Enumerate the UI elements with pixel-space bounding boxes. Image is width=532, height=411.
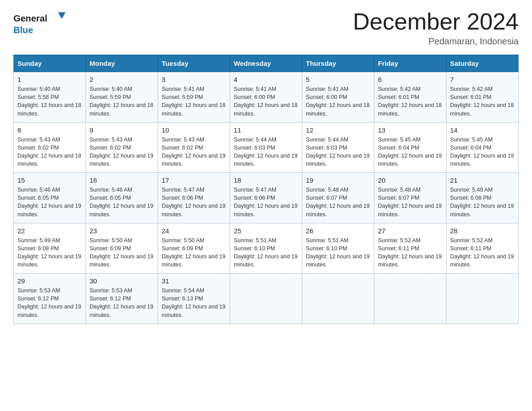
- day-info: Sunrise: 5:52 AMSunset: 6:11 PMDaylight:…: [378, 236, 442, 269]
- calendar-week-row: 15Sunrise: 5:46 AMSunset: 6:05 PMDayligh…: [14, 173, 519, 223]
- day-number: 27: [378, 227, 442, 235]
- calendar-cell: 6Sunrise: 5:42 AMSunset: 6:01 PMDaylight…: [374, 72, 446, 123]
- day-info: Sunrise: 5:40 AMSunset: 5:58 PMDaylight:…: [17, 85, 82, 118]
- day-number: 21: [450, 176, 515, 184]
- calendar-cell: 18Sunrise: 5:47 AMSunset: 6:06 PMDayligh…: [230, 173, 302, 223]
- logo-svg: General Blue: [13, 9, 67, 36]
- calendar-week-row: 22Sunrise: 5:49 AMSunset: 6:08 PMDayligh…: [14, 223, 519, 274]
- day-number: 7: [450, 76, 515, 83]
- day-info: Sunrise: 5:46 AMSunset: 6:05 PMDaylight:…: [17, 186, 82, 218]
- day-number: 16: [90, 176, 154, 184]
- calendar-cell: 14Sunrise: 5:45 AMSunset: 6:04 PMDayligh…: [446, 122, 519, 173]
- day-number: 18: [234, 176, 298, 184]
- day-number: 8: [17, 126, 82, 134]
- calendar-cell: 13Sunrise: 5:45 AMSunset: 6:04 PMDayligh…: [374, 122, 446, 173]
- calendar-cell: 8Sunrise: 5:43 AMSunset: 6:02 PMDaylight…: [14, 122, 86, 173]
- calendar-cell: 28Sunrise: 5:52 AMSunset: 6:11 PMDayligh…: [446, 223, 519, 274]
- day-number: 26: [306, 227, 370, 235]
- day-number: 22: [17, 227, 82, 235]
- day-info: Sunrise: 5:50 AMSunset: 6:09 PMDaylight:…: [90, 236, 154, 269]
- day-number: 30: [90, 277, 154, 285]
- weekday-header-monday: Monday: [86, 55, 158, 72]
- day-number: 6: [378, 76, 442, 83]
- day-number: 11: [234, 126, 298, 134]
- day-info: Sunrise: 5:49 AMSunset: 6:08 PMDaylight:…: [450, 186, 515, 218]
- calendar-cell: 26Sunrise: 5:51 AMSunset: 6:10 PMDayligh…: [302, 223, 374, 274]
- day-number: 12: [306, 126, 370, 134]
- page-title: December 2024: [353, 9, 519, 34]
- calendar-cell: 24Sunrise: 5:50 AMSunset: 6:09 PMDayligh…: [158, 223, 230, 274]
- day-info: Sunrise: 5:47 AMSunset: 6:06 PMDaylight:…: [234, 186, 298, 218]
- day-number: 19: [306, 176, 370, 184]
- svg-marker-1: [58, 12, 66, 19]
- day-number: 31: [162, 277, 226, 285]
- day-number: 17: [162, 176, 226, 184]
- day-info: Sunrise: 5:44 AMSunset: 6:03 PMDaylight:…: [306, 136, 370, 168]
- calendar-cell: 20Sunrise: 5:48 AMSunset: 6:07 PMDayligh…: [374, 173, 446, 223]
- day-info: Sunrise: 5:41 AMSunset: 5:59 PMDaylight:…: [162, 85, 226, 118]
- day-info: Sunrise: 5:42 AMSunset: 6:01 PMDaylight:…: [378, 85, 442, 118]
- day-info: Sunrise: 5:50 AMSunset: 6:09 PMDaylight:…: [162, 236, 226, 269]
- day-info: Sunrise: 5:41 AMSunset: 6:00 PMDaylight:…: [306, 85, 370, 118]
- day-info: Sunrise: 5:46 AMSunset: 6:05 PMDaylight:…: [90, 186, 154, 218]
- day-info: Sunrise: 5:43 AMSunset: 6:02 PMDaylight:…: [162, 136, 226, 168]
- calendar-cell: 1Sunrise: 5:40 AMSunset: 5:58 PMDaylight…: [14, 72, 86, 123]
- svg-text:General: General: [13, 13, 47, 23]
- calendar-cell: 27Sunrise: 5:52 AMSunset: 6:11 PMDayligh…: [374, 223, 446, 274]
- calendar-week-row: 1Sunrise: 5:40 AMSunset: 5:58 PMDaylight…: [14, 72, 519, 123]
- day-number: 20: [378, 176, 442, 184]
- day-number: 5: [306, 76, 370, 83]
- day-info: Sunrise: 5:40 AMSunset: 5:59 PMDaylight:…: [90, 85, 154, 118]
- day-info: Sunrise: 5:44 AMSunset: 6:03 PMDaylight:…: [234, 136, 298, 168]
- day-info: Sunrise: 5:43 AMSunset: 6:02 PMDaylight:…: [90, 136, 154, 168]
- calendar-cell: 31Sunrise: 5:54 AMSunset: 6:13 PMDayligh…: [158, 274, 230, 324]
- day-info: Sunrise: 5:48 AMSunset: 6:07 PMDaylight:…: [306, 186, 370, 218]
- day-info: Sunrise: 5:51 AMSunset: 6:10 PMDaylight:…: [234, 236, 298, 269]
- page-header: General Blue December 2024 Pedamaran, In…: [13, 9, 519, 47]
- weekday-header-tuesday: Tuesday: [158, 55, 230, 72]
- calendar-cell: 4Sunrise: 5:41 AMSunset: 6:00 PMDaylight…: [230, 72, 302, 123]
- weekday-header-row: SundayMondayTuesdayWednesdayThursdayFrid…: [14, 55, 519, 72]
- weekday-header-wednesday: Wednesday: [230, 55, 302, 72]
- day-info: Sunrise: 5:45 AMSunset: 6:04 PMDaylight:…: [378, 136, 442, 168]
- calendar-cell: 11Sunrise: 5:44 AMSunset: 6:03 PMDayligh…: [230, 122, 302, 173]
- calendar-week-row: 29Sunrise: 5:53 AMSunset: 6:12 PMDayligh…: [14, 274, 519, 324]
- calendar-cell: 9Sunrise: 5:43 AMSunset: 6:02 PMDaylight…: [86, 122, 158, 173]
- day-info: Sunrise: 5:54 AMSunset: 6:13 PMDaylight:…: [162, 287, 226, 319]
- calendar-table: SundayMondayTuesdayWednesdayThursdayFrid…: [13, 55, 519, 324]
- calendar-cell: 21Sunrise: 5:49 AMSunset: 6:08 PMDayligh…: [446, 173, 519, 223]
- day-info: Sunrise: 5:45 AMSunset: 6:04 PMDaylight:…: [450, 136, 515, 168]
- calendar-week-row: 8Sunrise: 5:43 AMSunset: 6:02 PMDaylight…: [14, 122, 519, 173]
- day-info: Sunrise: 5:42 AMSunset: 6:01 PMDaylight:…: [450, 85, 515, 118]
- day-number: 14: [450, 126, 515, 134]
- day-number: 4: [234, 76, 298, 83]
- calendar-cell: 22Sunrise: 5:49 AMSunset: 6:08 PMDayligh…: [14, 223, 86, 274]
- day-number: 25: [234, 227, 298, 235]
- calendar-cell: 2Sunrise: 5:40 AMSunset: 5:59 PMDaylight…: [86, 72, 158, 123]
- calendar-cell: 15Sunrise: 5:46 AMSunset: 6:05 PMDayligh…: [14, 173, 86, 223]
- weekday-header-friday: Friday: [374, 55, 446, 72]
- logo: General Blue: [13, 9, 67, 36]
- weekday-header-saturday: Saturday: [446, 55, 519, 72]
- calendar-cell: 3Sunrise: 5:41 AMSunset: 5:59 PMDaylight…: [158, 72, 230, 123]
- day-number: 2: [90, 76, 154, 83]
- day-number: 24: [162, 227, 226, 235]
- page-subtitle: Pedamaran, Indonesia: [353, 36, 519, 47]
- day-info: Sunrise: 5:53 AMSunset: 6:12 PMDaylight:…: [17, 287, 82, 319]
- calendar-cell: 23Sunrise: 5:50 AMSunset: 6:09 PMDayligh…: [86, 223, 158, 274]
- calendar-cell: 25Sunrise: 5:51 AMSunset: 6:10 PMDayligh…: [230, 223, 302, 274]
- calendar-cell: [230, 274, 302, 324]
- weekday-header-sunday: Sunday: [14, 55, 86, 72]
- calendar-cell: [302, 274, 374, 324]
- day-number: 23: [90, 227, 154, 235]
- day-number: 13: [378, 126, 442, 134]
- day-number: 15: [17, 176, 82, 184]
- calendar-cell: 12Sunrise: 5:44 AMSunset: 6:03 PMDayligh…: [302, 122, 374, 173]
- calendar-cell: 29Sunrise: 5:53 AMSunset: 6:12 PMDayligh…: [14, 274, 86, 324]
- day-info: Sunrise: 5:48 AMSunset: 6:07 PMDaylight:…: [378, 186, 442, 218]
- weekday-header-thursday: Thursday: [302, 55, 374, 72]
- calendar-cell: 7Sunrise: 5:42 AMSunset: 6:01 PMDaylight…: [446, 72, 519, 123]
- calendar-cell: 5Sunrise: 5:41 AMSunset: 6:00 PMDaylight…: [302, 72, 374, 123]
- day-info: Sunrise: 5:41 AMSunset: 6:00 PMDaylight:…: [234, 85, 298, 118]
- title-block: December 2024 Pedamaran, Indonesia: [353, 9, 519, 47]
